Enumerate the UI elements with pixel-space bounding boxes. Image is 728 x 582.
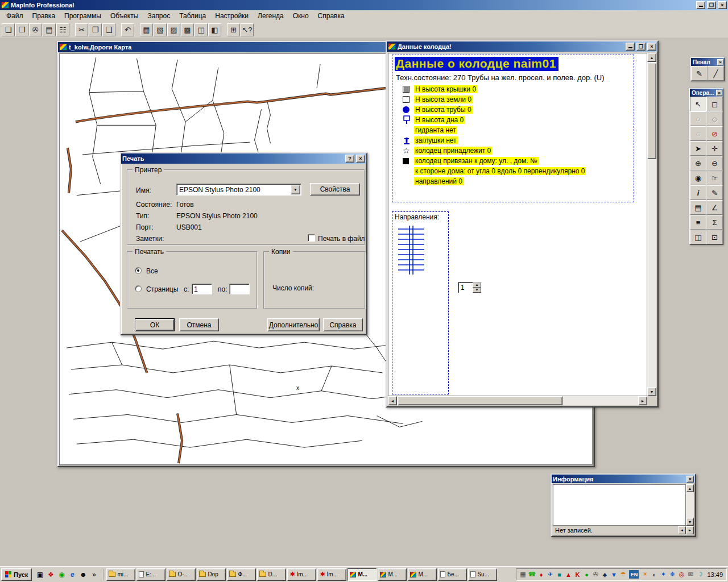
tray-icon[interactable]: ▲ [564, 571, 572, 578]
statistics-tool[interactable]: Σ [706, 215, 723, 230]
menu-legend[interactable]: Легенда [253, 11, 288, 21]
tray-icon[interactable]: ☂ [619, 571, 627, 578]
new-redistricter-icon[interactable]: ◫ [195, 23, 208, 36]
language-indicator[interactable]: EN [629, 570, 639, 579]
cancel-button[interactable]: Отмена [179, 318, 219, 331]
taskbar-window-button[interactable]: ✱Im... [287, 568, 316, 581]
taskbar-window-button[interactable]: Dop [197, 568, 226, 581]
tray-icon[interactable]: ✈ [546, 571, 554, 578]
range-pages-radio[interactable] [135, 285, 142, 292]
marquee-select-tool[interactable]: ◻ [706, 97, 723, 111]
printer-select[interactable]: EPSON Stylus Photo 2100 ▼ [176, 184, 301, 196]
radius-select-tool[interactable]: ○ [690, 111, 706, 126]
scroll-left-icon[interactable]: ◄ [388, 396, 397, 405]
print-to-file-checkbox[interactable] [308, 234, 315, 242]
quick-launch-icon[interactable]: ▣ [35, 571, 44, 579]
drag-map-tool[interactable]: ▤ [690, 200, 706, 215]
taskbar-window-button[interactable]: Бе... [438, 568, 467, 581]
symbol-tool[interactable]: ✎ [691, 66, 708, 81]
restore-button[interactable]: ❐ [707, 1, 716, 9]
new-layout-icon[interactable]: ▩ [181, 23, 194, 36]
tray-icon[interactable]: ♣ [601, 571, 609, 578]
tray-icon[interactable]: ▦ [519, 571, 527, 578]
pages-from-input[interactable]: 1 [192, 284, 212, 294]
line-tool[interactable]: ╱ [708, 66, 724, 81]
tray-icon[interactable]: ✦ [659, 571, 667, 578]
info-vertical-scrollbar[interactable]: ▲ ▼ [686, 484, 694, 526]
tray-icon[interactable]: ✉ [686, 571, 694, 578]
advanced-button[interactable]: Дополнительно [267, 318, 320, 331]
info-tool[interactable]: i [690, 185, 706, 200]
dialog-close-button[interactable]: × [356, 155, 365, 163]
tray-icon[interactable]: ● [582, 571, 590, 578]
tray-icon[interactable]: ✇ [592, 571, 599, 578]
pencil-toolbar-titlebar[interactable]: Пенал × [691, 58, 724, 66]
ruler-tool[interactable]: ∠ [706, 200, 723, 215]
dialog-help-button[interactable]: ? [345, 155, 354, 163]
quick-launch-icon[interactable]: ❖ [46, 571, 55, 579]
taskbar-clock[interactable]: 13:49 [707, 571, 723, 578]
help-button[interactable]: Справка [323, 318, 363, 331]
district-tool[interactable]: ◫ [690, 230, 706, 244]
horizontal-scrollbar[interactable]: ◄ ► [388, 396, 647, 405]
scroll-right-icon[interactable]: ► [638, 396, 647, 405]
info-horizontal-scrollbar[interactable]: ◄ ► [678, 526, 694, 534]
ok-button[interactable]: ОК [135, 318, 175, 331]
scroll-up-icon[interactable]: ▲ [647, 53, 656, 62]
new-table-icon[interactable]: ❏ [2, 23, 15, 36]
pan-tool[interactable]: ☞ [706, 171, 723, 185]
tray-icon[interactable]: ◐ [650, 571, 658, 578]
paste-icon[interactable]: ❑ [102, 23, 115, 36]
minimize-button[interactable] [696, 1, 705, 9]
tray-icon[interactable]: ■ [555, 571, 563, 578]
close-icon[interactable]: × [717, 59, 723, 65]
well-window-titlebar[interactable]: Данные колодца! ❐ × [387, 41, 657, 52]
taskbar-window-button[interactable]: Su... [468, 568, 497, 581]
cut-icon[interactable]: ✂ [75, 23, 88, 36]
taskbar-window-button[interactable]: ✱Im... [317, 568, 346, 581]
internet-explorer-icon[interactable]: e [68, 571, 77, 579]
taskbar-window-button[interactable]: mi... [106, 568, 135, 581]
range-all-radio[interactable] [135, 267, 142, 274]
clip-tool[interactable]: ⊡ [706, 230, 723, 244]
hotlink-icon[interactable]: ◧ [208, 23, 221, 36]
bluetooth-icon[interactable]: ❄ [668, 571, 676, 578]
pages-to-input[interactable] [229, 284, 250, 294]
info-close-button[interactable]: × [686, 476, 694, 483]
zoom-in-tool[interactable]: ⊕ [690, 156, 706, 171]
menu-table[interactable]: Таблица [175, 11, 210, 21]
menu-objects[interactable]: Объекты [106, 11, 143, 21]
chevron-down-icon[interactable]: ▼ [291, 185, 300, 194]
horizontal-scroll-thumb[interactable] [398, 396, 562, 405]
vertical-scrollbar[interactable]: ▲ ▼ [647, 53, 656, 396]
taskbar-window-button[interactable]: D... [257, 568, 286, 581]
polygon-select-tool[interactable]: ◇ [706, 111, 723, 126]
tray-icon[interactable]: ◎ [677, 571, 685, 578]
new-mapper-icon[interactable]: ▧ [154, 23, 167, 36]
select-tool[interactable]: ↖ [690, 97, 706, 111]
label-tool[interactable]: ✎ [706, 185, 723, 200]
graph-select-tool[interactable]: ➤ [690, 141, 706, 156]
open-table-icon[interactable]: ❒ [15, 23, 28, 36]
crosshair-tool[interactable]: ✛ [706, 141, 723, 156]
quick-launch-icon[interactable]: ☻ [78, 571, 88, 579]
menu-query[interactable]: Запрос [143, 11, 175, 21]
menu-programs[interactable]: Программы [60, 11, 106, 21]
properties-button[interactable]: Свойства [310, 183, 360, 196]
help-pointer-icon[interactable]: ↖? [241, 23, 254, 36]
invert-selection-tool[interactable]: ⊘ [706, 126, 723, 141]
print-dialog-titlebar[interactable]: Печать ? × [121, 153, 366, 164]
quick-launch-icon[interactable]: ◉ [57, 571, 66, 579]
close-icon[interactable]: × [716, 90, 722, 96]
well-close-button[interactable]: × [647, 43, 656, 51]
info-window-titlebar[interactable]: Информация × [552, 475, 695, 483]
taskbar-window-button[interactable]: Ф... [227, 568, 256, 581]
save-table-icon[interactable]: ▤ [43, 23, 56, 36]
taskbar-window-button[interactable]: M... [378, 568, 407, 581]
tray-icon[interactable]: ☀ [641, 571, 649, 578]
vertical-scroll-thumb[interactable] [647, 63, 656, 159]
copy-icon[interactable]: ❐ [89, 23, 102, 36]
taskbar-window-button[interactable]: E:... [136, 568, 166, 581]
open-workspace-icon[interactable]: ✇ [29, 23, 42, 36]
tray-icon[interactable]: ♦ [537, 571, 545, 578]
